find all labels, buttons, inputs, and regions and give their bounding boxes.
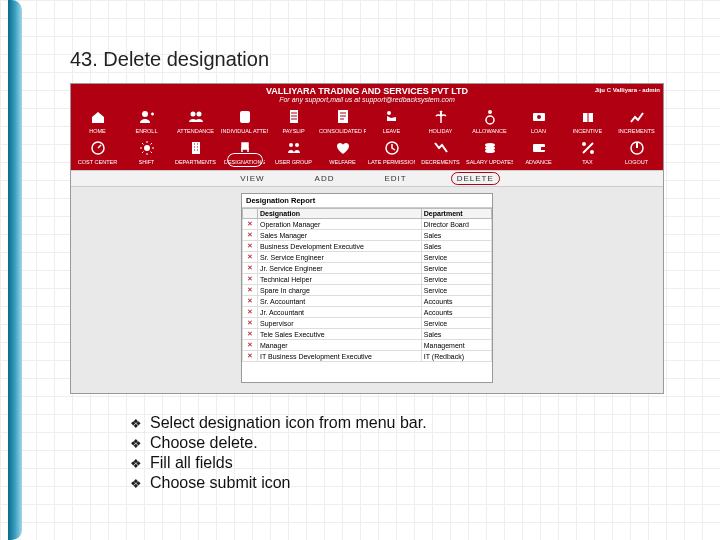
ribbon-item-tax[interactable]: TAX [563, 137, 612, 168]
instruction-steps: Select designation icon from menu bar.Ch… [90, 414, 670, 492]
ribbon-item-incentive[interactable]: INCENTIVE [563, 106, 612, 137]
svg-point-21 [485, 149, 495, 153]
power-icon [628, 139, 646, 160]
action-edit[interactable]: EDIT [384, 174, 406, 183]
cell-designation: Tele Sales Executive [258, 329, 422, 340]
instruction-step: Choose submit icon [130, 474, 670, 492]
svg-point-24 [582, 142, 586, 146]
gauge-icon [89, 139, 107, 160]
col-designation: Designation [258, 209, 422, 219]
table-row: ✕Business Development ExecutiveSales [243, 241, 492, 252]
delete-row-icon[interactable]: ✕ [243, 252, 258, 263]
svg-point-1 [190, 112, 195, 117]
action-view[interactable]: VIEW [240, 174, 264, 183]
ribbon-item-logout[interactable]: LOGOUT [612, 137, 661, 168]
table-row: ✕SupervisorService [243, 318, 492, 329]
delete-row-icon[interactable]: ✕ [243, 263, 258, 274]
table-row: ✕Tele Sales ExecutiveSales [243, 329, 492, 340]
ribbon-item-shift[interactable]: SHIFT [122, 137, 171, 168]
table-row: ✕Technical HelperService [243, 274, 492, 285]
cell-department: Director Board [421, 219, 491, 230]
delete-row-icon[interactable]: ✕ [243, 307, 258, 318]
delete-row-icon[interactable]: ✕ [243, 230, 258, 241]
table-row: ✕Sr. Service EngineerService [243, 252, 492, 263]
ribbon-label: WELFARE [329, 160, 355, 166]
svg-point-10 [537, 115, 541, 119]
ribbon-label: COST CENTER [78, 160, 117, 166]
cell-department: Sales [421, 329, 491, 340]
ribbon-item-salary-updates[interactable]: SALARY UPDATES [465, 137, 514, 168]
ribbon-label: PAYSLIP [282, 129, 304, 135]
building-icon [187, 139, 205, 160]
instruction-step: Choose delete. [130, 434, 670, 452]
delete-row-icon[interactable]: ✕ [243, 318, 258, 329]
svg-rect-3 [240, 111, 250, 123]
action-delete[interactable]: DELETE [457, 174, 494, 183]
cell-designation: Supervisor [258, 318, 422, 329]
report-table: Designation Department ✕Operation Manage… [242, 208, 492, 362]
ribbon-item-consolidated-report[interactable]: CONSOLIDATED REPORT [318, 106, 367, 137]
svg-point-0 [142, 111, 148, 117]
delete-row-icon[interactable]: ✕ [243, 329, 258, 340]
cell-department: Sales [421, 230, 491, 241]
ribbon-label: LEAVE [383, 129, 400, 135]
cell-designation: Sales Manager [258, 230, 422, 241]
coins-icon [481, 139, 499, 160]
delete-row-icon[interactable]: ✕ [243, 340, 258, 351]
ribbon-label: ADVANCE [525, 160, 551, 166]
ribbon-label: CONSOLIDATED REPORT [319, 129, 366, 135]
ribbon-item-loan[interactable]: LOAN [514, 106, 563, 137]
delete-row-icon[interactable]: ✕ [243, 219, 258, 230]
cell-designation: Business Development Executive [258, 241, 422, 252]
ribbon-item-allowance[interactable]: ALLOWANCE [465, 106, 514, 137]
ribbon-item-welfare[interactable]: WELFARE [318, 137, 367, 168]
ribbon-label: HOME [89, 129, 106, 135]
ribbon-label: INDIVIDUAL ATTENDANCE [221, 129, 268, 135]
users-icon [285, 139, 303, 160]
delete-row-icon[interactable]: ✕ [243, 285, 258, 296]
cell-designation: Sr. Accountant [258, 296, 422, 307]
ribbon-label: SALARY UPDATES [466, 160, 513, 166]
ribbon-item-designations[interactable]: DESIGNATIONS [220, 137, 269, 168]
report-title: Designation Report [242, 194, 492, 208]
ribbon-item-attendance[interactable]: ATTENDANCE [171, 106, 220, 137]
ribbon-label: INCREMENTS [618, 129, 654, 135]
current-user: Jiju C Valliyara - admin [595, 87, 660, 93]
app-screenshot: VALLIYARA TRADING AND SERVICES PVT LTD F… [70, 83, 664, 394]
ribbon-label: DESIGNATIONS [224, 160, 265, 166]
ribbon-nav: HOMEENROLLATTENDANCEINDIVIDUAL ATTENDANC… [71, 104, 663, 170]
ribbon-label: LATE PERMISSION [368, 160, 415, 166]
ribbon-item-individual-attendance[interactable]: INDIVIDUAL ATTENDANCE [220, 106, 269, 137]
cell-department: Accounts [421, 307, 491, 318]
table-row: ✕Spare In chargeService [243, 285, 492, 296]
delete-row-icon[interactable]: ✕ [243, 351, 258, 362]
ribbon-item-leave[interactable]: LEAVE [367, 106, 416, 137]
ribbon-item-late-permission[interactable]: LATE PERMISSION [367, 137, 416, 168]
cell-designation: Sr. Service Engineer [258, 252, 422, 263]
ribbon-item-user-group[interactable]: USER GROUP [269, 137, 318, 168]
delete-row-icon[interactable]: ✕ [243, 274, 258, 285]
ribbon-item-enroll[interactable]: ENROLL [122, 106, 171, 137]
ribbon-item-home[interactable]: HOME [73, 106, 122, 137]
table-row: ✕ManagerManagement [243, 340, 492, 351]
ribbon-item-decrements[interactable]: DECREMENTS [416, 137, 465, 168]
ribbon-item-payslip[interactable]: PAYSLIP [269, 106, 318, 137]
ribbon-item-cost-center[interactable]: COST CENTER [73, 137, 122, 168]
table-row: ✕Jr. AccountantAccounts [243, 307, 492, 318]
delete-row-icon[interactable]: ✕ [243, 241, 258, 252]
cell-department: Service [421, 274, 491, 285]
sun-icon [138, 139, 156, 160]
ribbon-item-departments[interactable]: DEPARTMENTS [171, 137, 220, 168]
wallet-icon [530, 139, 548, 160]
cell-designation: Operation Manager [258, 219, 422, 230]
svg-point-14 [144, 145, 150, 151]
ribbon-item-advance[interactable]: ADVANCE [514, 137, 563, 168]
recline-icon [383, 108, 401, 129]
delete-row-icon[interactable]: ✕ [243, 296, 258, 307]
chart-up-icon [628, 108, 646, 129]
action-add[interactable]: ADD [315, 174, 335, 183]
ribbon-item-increments[interactable]: INCREMENTS [612, 106, 661, 137]
table-row: ✕Sr. AccountantAccounts [243, 296, 492, 307]
ribbon-item-holiday[interactable]: HOLIDAY [416, 106, 465, 137]
cell-department: Service [421, 285, 491, 296]
